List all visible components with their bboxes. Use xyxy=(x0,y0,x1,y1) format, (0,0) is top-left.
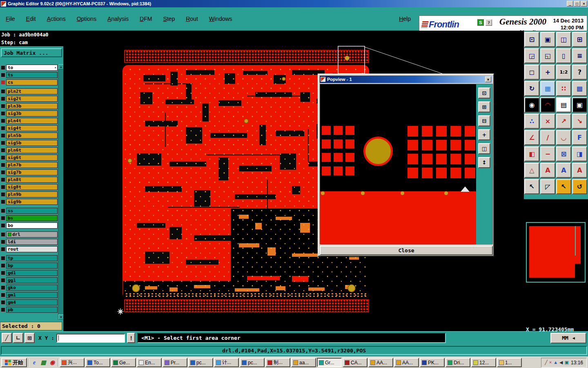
layer-checkbox-bp[interactable] xyxy=(1,263,5,268)
dot-grid-button[interactable]: ▩ xyxy=(572,81,587,96)
triangle-outline-button[interactable]: △ xyxy=(524,163,539,178)
pv-zoom-out-button[interactable]: ⊟ xyxy=(478,115,490,126)
taskbar-item-7[interactable]: pc... xyxy=(240,358,265,367)
layer-item-sig4t[interactable]: sig4t xyxy=(6,125,58,131)
layer-swap-button[interactable]: ◧ xyxy=(524,146,539,162)
layer-item-bo[interactable]: bo xyxy=(6,222,58,229)
dark-arc-view-button[interactable]: ◠ xyxy=(540,97,555,112)
layer-item-rout[interactable]: rout xyxy=(6,246,58,252)
layer-item-drl[interactable]: drl xyxy=(6,231,58,238)
layer-checkbox-pln7b[interactable] xyxy=(1,163,5,167)
width-line-button[interactable]: − xyxy=(540,146,555,162)
taskbar-item-4[interactable]: Pr... xyxy=(163,358,187,367)
layer-item-ts[interactable]: ts xyxy=(6,72,58,78)
layer-checkbox-pln3b[interactable] xyxy=(1,104,5,108)
layer-checkbox-sig9b[interactable] xyxy=(1,200,5,204)
taskbar-item-16[interactable]: 12... xyxy=(471,358,496,367)
layer-item-pln3b[interactable]: pln3b xyxy=(6,103,58,109)
layer-item-sig6t[interactable]: sig6t xyxy=(6,155,58,161)
quicklaunch-ie-icon[interactable]: e xyxy=(30,358,38,367)
maximize-button[interactable]: □ xyxy=(574,1,580,7)
tray-pen-icon[interactable]: ╱ xyxy=(545,360,548,365)
help-tool-button[interactable]: ? xyxy=(572,65,587,80)
split-grid-button[interactable]: ⊞ xyxy=(572,32,587,47)
layer-checkbox-sig5b[interactable] xyxy=(1,141,5,145)
layer-item-sig9b[interactable]: sig9b xyxy=(6,199,58,205)
prompt-button[interactable]: ! xyxy=(127,333,135,343)
layer-item-sig8t[interactable]: sig8t xyxy=(6,184,58,190)
layer-item-cs[interactable]: cs xyxy=(6,79,58,85)
point-ne-button[interactable]: ↗ xyxy=(556,114,571,129)
layer-item-pln8t[interactable]: pln8t xyxy=(6,177,58,183)
layer-checkbox-ss[interactable] xyxy=(1,209,5,213)
taskbar-item-10[interactable]: Gr... xyxy=(317,358,342,367)
grid-toggle-button[interactable]: ▦ xyxy=(540,81,555,96)
layer-checkbox-cs[interactable] xyxy=(1,80,5,85)
layer-checkbox-gd1[interactable] xyxy=(1,271,5,275)
popview-titlebar[interactable]: Popview - 1 × xyxy=(320,76,492,83)
zoom-ratio-button[interactable]: 1:2 xyxy=(556,65,571,80)
pad-grid-button[interactable]: ∷ xyxy=(556,81,571,96)
overview-navigator[interactable] xyxy=(526,222,586,283)
triangle-a-open-button[interactable]: A xyxy=(572,163,587,178)
corner-select-button[interactable]: ∟ xyxy=(13,333,23,343)
menu-item-actions[interactable]: Actions xyxy=(47,16,66,22)
angle-tool-button[interactable]: ∠ xyxy=(524,130,539,145)
grid-select-button[interactable]: ⊞ xyxy=(24,333,35,343)
layer-list-button[interactable]: ≡ xyxy=(572,48,587,63)
pv-zoom-in-button[interactable]: ⊞ xyxy=(478,101,490,112)
taskbar-item-0[interactable]: 兴... xyxy=(60,358,85,367)
layer-checkbox-pln5b[interactable] xyxy=(1,133,5,138)
view-window-button[interactable]: ▯ xyxy=(556,48,571,63)
layer-checkbox-gm1[interactable] xyxy=(1,293,5,297)
xy-input[interactable] xyxy=(56,334,125,343)
taskbar-item-12[interactable]: AA... xyxy=(368,358,393,367)
menu-item-windows[interactable]: Windows xyxy=(209,16,232,22)
layer-checkbox-sig2t[interactable] xyxy=(1,96,5,101)
menu-item-step[interactable]: Step xyxy=(163,16,175,22)
layer-checkbox-sig7b[interactable] xyxy=(1,170,5,175)
quicklaunch-media-icon[interactable]: ◉ xyxy=(48,358,56,367)
cursor-nw-button[interactable]: ↖ xyxy=(524,179,539,194)
layer-list-scrollbar[interactable]: ▲ ▼ xyxy=(58,64,63,320)
triangle-a-red-button[interactable]: A xyxy=(540,163,555,178)
layer-item-pln4t[interactable]: pln4t xyxy=(6,118,58,124)
job-matrix-button[interactable]: Job Matrix ... xyxy=(1,48,62,57)
pan-view-button[interactable]: + xyxy=(540,65,555,80)
taskbar-item-15[interactable]: Dri... xyxy=(445,358,470,367)
taskbar-item-1[interactable]: To... xyxy=(85,358,110,367)
layer-item-ss[interactable]: ss xyxy=(6,208,58,214)
layer-checkbox-pln6t[interactable] xyxy=(1,148,5,153)
cursor-box-button[interactable]: ◸ xyxy=(540,179,555,194)
layer-checkbox-sig4t[interactable] xyxy=(1,126,5,130)
layer-item-to[interactable]: to▾ xyxy=(6,65,58,71)
snap-rotate-button[interactable]: ↺ xyxy=(572,179,587,194)
zoom-out-window-button[interactable]: ◱ xyxy=(540,48,555,63)
menu-item-analysis[interactable]: Analysis xyxy=(107,16,129,22)
tray-shield-icon[interactable]: ▲ xyxy=(553,360,558,365)
layer-checkbox-sig8t[interactable] xyxy=(1,185,5,189)
taskbar-item-6[interactable]: 计... xyxy=(214,358,239,367)
menu-item-help[interactable]: Help xyxy=(399,16,411,22)
layer-item-pln5b[interactable]: pln5b xyxy=(6,132,58,139)
layer-checkbox-rout[interactable] xyxy=(1,247,5,251)
layer-checkbox-drl[interactable] xyxy=(1,232,5,237)
cursor-yellow-button[interactable]: ↖ xyxy=(556,179,571,194)
pv-prev-view-button[interactable]: ◫ xyxy=(478,143,490,154)
zoom-area-button[interactable]: ◻ xyxy=(524,65,539,80)
popview-viewport[interactable] xyxy=(320,84,477,245)
screen-display-button[interactable]: ▣ xyxy=(540,32,555,47)
layer-checkbox-pln9b[interactable] xyxy=(1,192,5,197)
move-box-button[interactable]: ⊠ xyxy=(556,146,571,162)
layer-item-bp[interactable]: bp xyxy=(6,263,58,269)
layer-item-pln2t[interactable]: pln2t xyxy=(6,88,58,94)
menu-item-edit[interactable]: Edit xyxy=(26,16,36,22)
quicklaunch-desktop-icon[interactable]: ▦ xyxy=(39,358,47,367)
layer-checkbox-sig6t[interactable] xyxy=(1,155,5,160)
layer-checkbox-bs[interactable] xyxy=(1,216,5,220)
layer-item-pln9b[interactable]: pln9b xyxy=(6,191,58,197)
help-badge-icon[interactable]: ? xyxy=(486,19,492,26)
taskbar-item-5[interactable]: pc... xyxy=(188,358,213,367)
menu-item-rout[interactable]: Rout xyxy=(186,16,198,22)
layer-item-sig5b[interactable]: sig5b xyxy=(6,140,58,146)
